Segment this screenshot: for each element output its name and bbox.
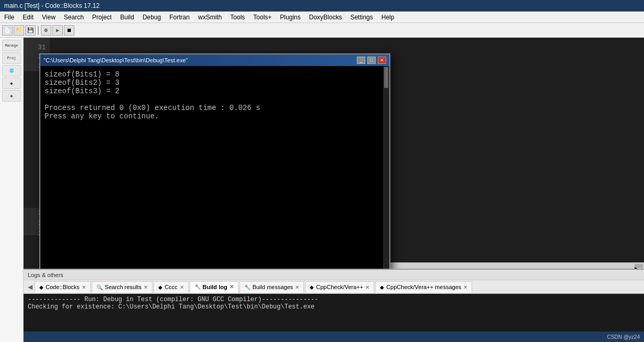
menu-file[interactable]: File — [0, 13, 18, 22]
tab-bar: ◀ ◆ Code::Blocks ✕ 🔍 Search results ✕ ◆ — [24, 280, 644, 294]
toolbar-new[interactable]: 📄 — [2, 25, 13, 36]
tab-close-codeblocks[interactable]: ✕ — [82, 284, 86, 290]
search-icon: 🔍 — [96, 284, 103, 290]
toolbar-save[interactable]: 💾 — [25, 25, 36, 36]
toolbar: 📄 📁 💾 ⚙ ▶ ⏹ — [0, 23, 644, 38]
terminal-line-3: sizeof(Bits3) = 2 — [45, 87, 378, 95]
tab-cppcheck-messages[interactable]: ◆ CppCheck/Vera++ messages ✕ — [375, 281, 472, 293]
terminal-line-5: Process returned 0 (0x0) execution time … — [45, 104, 378, 112]
terminal-window: "C:\Users\Delphi Tang\Desktop\Test\bin\D… — [39, 53, 390, 269]
separator — [38, 26, 39, 35]
terminal-output: sizeof(Bits1) = 8 sizeof(Bits2) = 3 size… — [45, 70, 385, 120]
toolbar-stop[interactable]: ⏹ — [64, 25, 74, 36]
terminal-line-6: Press any key to continue. — [45, 112, 378, 120]
sidebar-management[interactable]: Manage — [2, 40, 21, 51]
tab-content-build-log: -------------- Run: Debug in Test (compi… — [24, 294, 644, 332]
tab-close-cccc[interactable]: ✕ — [180, 284, 184, 290]
terminal-title-bar: "C:\Users\Delphi Tang\Desktop\Test\bin\D… — [40, 54, 389, 66]
menu-bar: File Edit View Search Project Build Debu… — [0, 12, 644, 23]
codeblocks-icon: ◆ — [39, 284, 43, 290]
terminal-title: "C:\Users\Delphi Tang\Desktop\Test\bin\D… — [43, 57, 188, 63]
sidebar-item3[interactable]: ◆ — [2, 78, 21, 89]
code-editor[interactable]: 31 32 33 位宽度不能太于声明类型的位宽度 单元表示新的成员 (struc… — [24, 38, 644, 269]
tab-build-messages[interactable]: 🔧 Build messages ✕ — [239, 281, 304, 293]
tab-cccc[interactable]: ◆ Cccc ✕ — [154, 281, 188, 293]
tab-search-results[interactable]: 🔍 Search results ✕ — [92, 281, 152, 293]
content-area: 31 32 33 位宽度不能太于声明类型的位宽度 单元表示新的成员 (struc… — [24, 38, 644, 342]
window-title: main.c [Test] - Code::Blocks 17.12 — [4, 2, 100, 9]
buildlog-icon: 🔧 — [194, 284, 201, 290]
sidebar-world[interactable]: 🌐 — [2, 65, 21, 76]
menu-view[interactable]: View — [38, 13, 60, 22]
title-bar: main.c [Test] - Code::Blocks 17.12 — [0, 0, 644, 12]
toolbar-build[interactable]: ⚙ — [41, 25, 51, 36]
menu-plugins[interactable]: Plugins — [276, 13, 304, 22]
buildmsg-icon: 🔧 — [244, 284, 250, 290]
tab-build-log[interactable]: 🔧 Build log ✕ — [190, 281, 238, 293]
tab-close-cppcheck-msg[interactable]: ✕ — [463, 284, 467, 290]
build-output-line-2: Checking for existence: C:\Users\Delphi … — [28, 303, 640, 311]
cccc-icon: ◆ — [158, 284, 162, 290]
left-sidebar: Manage Proj 🌐 ◆ ◈ — [0, 38, 24, 342]
bottom-panel: Logs & others ◀ ◆ Code::Blocks ✕ 🔍 Searc… — [24, 269, 644, 332]
menu-tools[interactable]: Tools — [226, 13, 249, 22]
terminal-line-4 — [45, 95, 378, 104]
build-output-line-1: -------------- Run: Debug in Test (compi… — [28, 296, 640, 303]
toolbar-run[interactable]: ▶ — [52, 25, 63, 36]
close-button[interactable]: ✕ — [378, 57, 386, 64]
tab-scroll-left[interactable]: ◀ — [26, 283, 35, 291]
sidebar-item4[interactable]: ◈ — [2, 90, 21, 102]
tab-close-search[interactable]: ✕ — [144, 284, 148, 290]
tab-close-buildlog[interactable]: ✕ — [230, 284, 234, 290]
menu-tools-plus[interactable]: Tools+ — [249, 13, 276, 22]
tab-close-cppcheck[interactable]: ✕ — [365, 284, 369, 290]
cppcheck-msg-icon: ◆ — [380, 284, 384, 290]
scroll-thumb[interactable] — [384, 67, 388, 88]
sidebar-project[interactable]: Proj — [2, 52, 21, 64]
logs-label: Logs & others — [24, 270, 644, 280]
status-bar: CSDN @yz24 — [24, 332, 644, 342]
terminal-controls: _ □ ✕ — [357, 57, 386, 64]
toolbar-open[interactable]: 📁 — [14, 25, 24, 36]
scroll-right-btn[interactable]: ▶ — [635, 264, 643, 268]
minimize-button[interactable]: _ — [357, 57, 365, 64]
terminal-line-2: sizeof(Bits2) = 3 — [45, 79, 378, 87]
menu-doxyblocks[interactable]: DoxyBlocks — [305, 13, 346, 22]
terminal-body: sizeof(Bits1) = 8 sizeof(Bits2) = 3 size… — [40, 66, 389, 269]
menu-help[interactable]: Help — [377, 13, 399, 22]
main-layout: Manage Proj 🌐 ◆ ◈ 31 32 33 位宽度不能太于声明类型的位… — [0, 38, 644, 342]
menu-debug[interactable]: Debug — [138, 13, 165, 22]
maximize-button[interactable]: □ — [367, 57, 376, 64]
terminal-scrollbar[interactable] — [383, 66, 389, 269]
menu-build[interactable]: Build — [116, 13, 138, 22]
menu-fortran[interactable]: Fortran — [165, 13, 194, 22]
cppcheck-icon: ◆ — [310, 284, 314, 290]
menu-search[interactable]: Search — [60, 13, 88, 22]
terminal-line-1: sizeof(Bits1) = 8 — [45, 70, 378, 79]
tab-cppcheck[interactable]: ◆ CppCheck/Vera++ ✕ — [305, 281, 374, 293]
tab-close-buildmsg[interactable]: ✕ — [295, 284, 299, 290]
menu-settings[interactable]: Settings — [346, 13, 377, 22]
menu-edit[interactable]: Edit — [18, 13, 38, 22]
menu-project[interactable]: Project — [88, 13, 116, 22]
menu-wxsmith[interactable]: wxSmith — [194, 13, 226, 22]
status-text: CSDN @yz24 — [607, 334, 640, 340]
tab-codeblocks[interactable]: ◆ Code::Blocks ✕ — [35, 281, 91, 293]
